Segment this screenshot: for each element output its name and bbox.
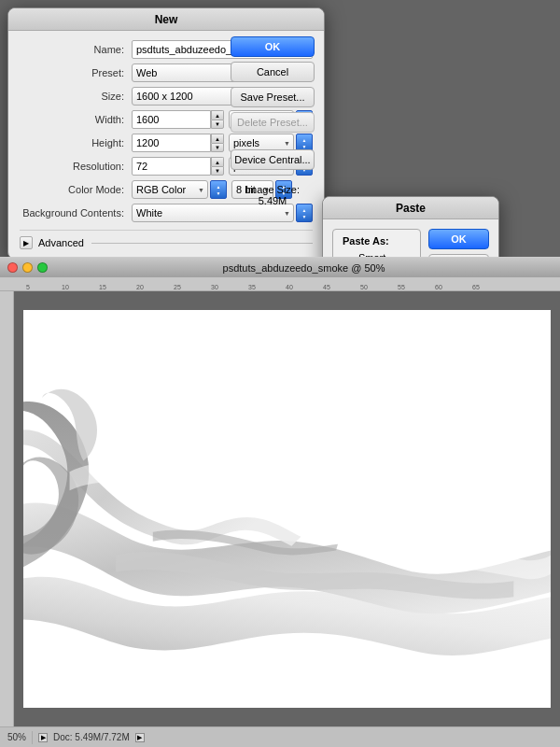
status-forward-arrow[interactable]: ▶ (135, 733, 145, 742)
ruler-tick-50: 50 (360, 284, 368, 290)
new-dialog-title: New (155, 13, 178, 26)
bg-contents-select[interactable]: White (132, 204, 294, 222)
ruler-tick-40: 40 (286, 284, 293, 290)
canvas-area (14, 291, 560, 726)
status-nav-arrow[interactable]: ▶ (38, 733, 48, 742)
new-dialog-buttons: OK Cancel Save Preset... Delete Preset..… (231, 36, 315, 206)
width-stepper[interactable]: ▲ ▼ (211, 110, 224, 129)
ruler-tick-25: 25 (174, 284, 181, 290)
ruler-tick-65: 65 (472, 284, 480, 290)
minimize-window-button[interactable] (22, 262, 33, 273)
horizontal-ruler: 5 10 15 20 25 30 35 40 45 50 55 60 65 (0, 277, 560, 291)
paste-ok-button[interactable]: OK (428, 229, 489, 249)
width-stepper-up[interactable]: ▲ (211, 110, 224, 120)
resolution-input-group: ▲ ▼ (132, 157, 224, 176)
ruler-tick-35: 35 (248, 284, 256, 290)
resolution-stepper-down[interactable]: ▼ (211, 166, 224, 176)
image-size-value: 5.49M (231, 195, 315, 206)
height-input-group: ▲ ▼ (132, 134, 224, 152)
advanced-toggle[interactable]: ▶ (20, 236, 33, 249)
bg-contents-label: Background Contents: (20, 207, 132, 218)
maximize-window-button[interactable] (37, 262, 48, 273)
ruler-tick-55: 55 (398, 284, 405, 290)
advanced-label: Advanced (38, 237, 84, 248)
height-stepper[interactable]: ▲ ▼ (211, 134, 224, 152)
height-input[interactable] (132, 134, 211, 152)
width-input-group: ▲ ▼ (132, 110, 224, 129)
zoom-level: 50% (7, 732, 26, 742)
new-dialog: New Name: Preset: Web Size: 1600 x 1200 (7, 7, 325, 260)
new-dialog-titlebar: New (8, 8, 324, 31)
canvas-title: psdtuts_abduzeedo_smoke @ 50% (55, 262, 553, 274)
paste-dialog-titlebar: Paste (323, 197, 498, 219)
close-window-button[interactable] (7, 262, 18, 273)
height-stepper-up[interactable]: ▲ (211, 134, 224, 143)
name-label: Name: (20, 44, 132, 55)
ruler-tick-60: 60 (435, 284, 442, 290)
paste-as-label: Paste As: (343, 235, 411, 247)
ruler-tick-15: 15 (99, 284, 106, 290)
color-mode-label: Color Mode: (20, 184, 132, 195)
canvas-titlebar: psdtuts_abduzeedo_smoke @ 50% (0, 257, 560, 277)
color-mode-stepper[interactable] (210, 180, 227, 199)
bg-contents-wrapper: White (132, 204, 294, 222)
preset-label: Preset: (20, 67, 132, 78)
ruler-tick-5: 5 (26, 284, 30, 290)
color-mode-select[interactable]: RGB Color (132, 180, 208, 199)
resolution-label: Resolution: (20, 161, 132, 172)
ruler-tick-30: 30 (211, 284, 218, 290)
resolution-input[interactable] (132, 157, 211, 176)
advanced-divider (91, 243, 313, 244)
image-size-label: Image Size: (231, 184, 315, 195)
bg-contents-stepper[interactable] (296, 204, 313, 222)
delete-preset-button: Delete Preset... (231, 112, 315, 133)
bg-contents-row: Background Contents: White (20, 204, 313, 222)
window-controls (7, 262, 48, 273)
width-label: Width: (20, 114, 132, 125)
status-divider-1 (32, 731, 33, 744)
color-mode-wrapper: RGB Color (132, 180, 208, 199)
ruler-tick-45: 45 (323, 284, 330, 290)
resolution-stepper[interactable]: ▲ ▼ (211, 157, 224, 176)
resolution-stepper-up[interactable]: ▲ (211, 157, 224, 166)
size-label: Size: (20, 91, 132, 102)
device-central-button[interactable]: Device Central... (231, 149, 315, 170)
width-stepper-down[interactable]: ▼ (211, 120, 224, 129)
ruler-tick-10: 10 (62, 284, 69, 290)
save-preset-button[interactable]: Save Preset... (231, 87, 315, 107)
smoke-artwork (23, 310, 551, 708)
height-stepper-down[interactable]: ▼ (211, 143, 224, 152)
image-size-container: Image Size: 5.49M (231, 184, 315, 206)
new-dialog-ok-button[interactable]: OK (231, 36, 315, 57)
doc-info: Doc: 5.49M/7.72M (53, 732, 130, 742)
vertical-ruler (0, 291, 14, 747)
canvas-surface (23, 310, 551, 708)
width-input[interactable] (132, 110, 211, 129)
advanced-row: ▶ Advanced (20, 230, 313, 249)
new-dialog-cancel-button[interactable]: Cancel (231, 62, 315, 82)
ruler-tick-20: 20 (136, 284, 144, 290)
canvas-statusbar: 50% ▶ Doc: 5.49M/7.72M ▶ (0, 726, 560, 747)
canvas-window: psdtuts_abduzeedo_smoke @ 50% 5 10 15 20… (0, 257, 560, 747)
height-label: Height: (20, 137, 132, 148)
paste-dialog-title: Paste (396, 202, 426, 215)
